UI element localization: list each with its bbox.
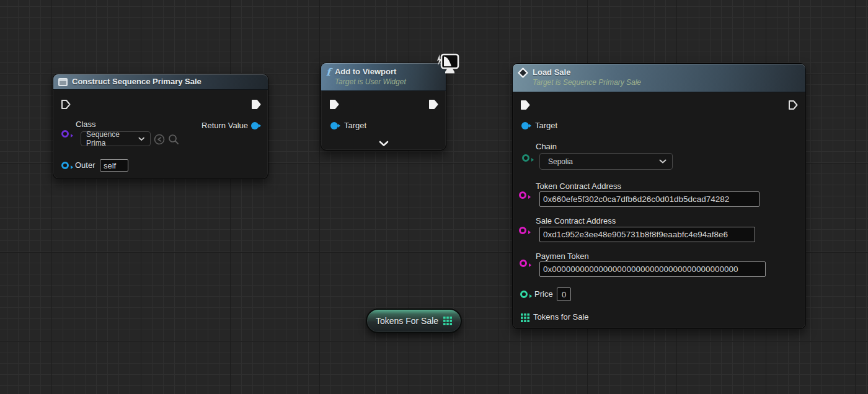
node-title: Add to Viewport — [335, 65, 406, 79]
sale-contract-field[interactable] — [539, 227, 755, 242]
node-variable-tokens-for-sale[interactable]: Tokens For Sale — [366, 309, 462, 333]
node-header-construct[interactable]: Construct Sequence Primary Sale — [53, 74, 268, 90]
variable-array-out-pin[interactable] — [443, 317, 452, 325]
chain-pin-label: Chain — [536, 142, 557, 151]
node-title: Load Sale — [533, 66, 641, 79]
class-construct-icon — [58, 78, 68, 86]
node-construct-sequence-primary-sale[interactable]: Construct Sequence Primary Sale Return V… — [53, 74, 268, 179]
target-pin-label: Target — [344, 121, 366, 130]
node-add-to-viewport[interactable]: f Add to Viewport Target is User Widget … — [321, 63, 446, 151]
chain-dropdown[interactable]: Sepolia — [539, 153, 673, 170]
target-pin[interactable] — [330, 122, 338, 129]
token-contract-field[interactable] — [539, 191, 760, 207]
class-pin-label: Class — [76, 120, 96, 129]
event-diamond-icon — [518, 68, 528, 78]
exec-in-pin[interactable] — [61, 99, 71, 110]
chain-dropdown-value: Sepolia — [548, 157, 573, 166]
class-pin[interactable] — [61, 130, 69, 138]
blueprint-graph-canvas[interactable]: Construct Sequence Primary Sale Return V… — [0, 0, 868, 394]
exec-out-pin[interactable] — [251, 99, 261, 110]
node-title: Construct Sequence Primary Sale — [72, 75, 202, 89]
target-pin[interactable] — [521, 122, 529, 129]
payment-token-field[interactable] — [539, 261, 766, 277]
exec-out-pin[interactable] — [788, 100, 798, 110]
sale-contract-pin[interactable] — [519, 227, 526, 234]
target-pin-label: Target — [535, 121, 557, 130]
price-pin[interactable] — [520, 291, 528, 298]
token-contract-label: Token Contract Address — [536, 182, 621, 191]
outer-pin-label: Outer — [75, 160, 95, 170]
node-load-sale[interactable]: Load Sale Target is Sequence Primary Sal… — [512, 63, 806, 329]
payment-token-pin[interactable] — [520, 260, 527, 267]
viewport-screen-icon — [435, 53, 460, 75]
chevron-down-icon — [138, 137, 144, 141]
sale-contract-label: Sale Contract Address — [536, 216, 616, 225]
tokens-for-sale-pin-label: Tokens for Sale — [533, 312, 589, 322]
payment-token-label: Paymen Token — [536, 252, 589, 261]
variable-label: Tokens For Sale — [376, 316, 438, 326]
node-subtitle: Target is User Widget — [335, 77, 406, 87]
expand-node-chevron-icon[interactable] — [379, 141, 389, 147]
price-pin-label: Price — [534, 289, 553, 299]
class-dropdown[interactable]: Sequence Prima — [81, 131, 151, 146]
browse-search-icon[interactable] — [168, 134, 179, 145]
class-dropdown-value: Sequence Prima — [86, 130, 138, 147]
exec-in-pin[interactable] — [520, 100, 530, 110]
use-selected-asset-icon[interactable] — [154, 134, 165, 145]
node-header-add-to-viewport[interactable]: f Add to Viewport Target is User Widget — [321, 63, 446, 91]
price-field[interactable] — [557, 287, 571, 301]
function-icon: f — [326, 66, 330, 79]
token-contract-pin[interactable] — [519, 191, 526, 199]
return-value-pin-label: Return Value — [202, 121, 248, 130]
chain-pin[interactable] — [522, 154, 529, 162]
outer-value-field[interactable] — [100, 159, 128, 172]
exec-in-pin[interactable] — [329, 99, 339, 110]
return-value-pin[interactable] — [251, 122, 259, 129]
node-subtitle: Target is Sequence Primary Sale — [533, 78, 641, 87]
outer-pin[interactable] — [61, 162, 69, 169]
node-header-load-sale[interactable]: Load Sale Target is Sequence Primary Sal… — [513, 64, 805, 92]
chevron-down-icon — [659, 159, 666, 164]
exec-out-pin[interactable] — [428, 99, 438, 110]
tokens-for-sale-array-pin[interactable] — [521, 313, 529, 322]
